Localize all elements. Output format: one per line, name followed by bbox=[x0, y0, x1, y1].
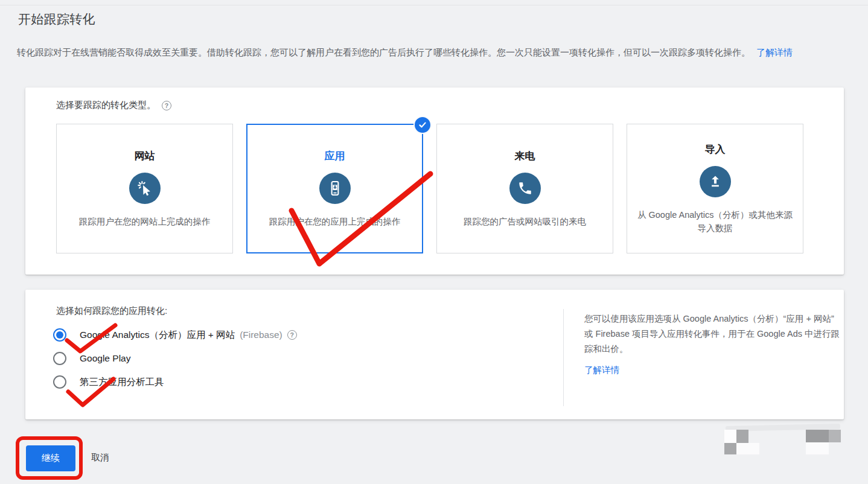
card-import-title: 导入 bbox=[705, 142, 726, 156]
app-download-icon bbox=[319, 173, 351, 204]
click-icon bbox=[129, 173, 161, 204]
card-phone-title: 来电 bbox=[515, 149, 535, 163]
learn-more-link[interactable]: 了解详情 bbox=[756, 47, 793, 57]
radio-google-play[interactable]: Google Play bbox=[53, 352, 297, 365]
radio-unselected-icon[interactable] bbox=[53, 375, 66, 389]
vertical-divider bbox=[563, 309, 564, 406]
card-app-desc: 跟踪用户在您的应用上完成的操作 bbox=[269, 215, 401, 228]
card-import-desc: 从 Google Analytics（分析）或其他来源导入数据 bbox=[636, 208, 794, 235]
card-website[interactable]: 网站 跟踪用户在您的网站上完成的操作 bbox=[56, 124, 233, 253]
page-description-text: 转化跟踪对于在线营销能否取得成效至关重要。借助转化跟踪，您可以了解用户在看到您的… bbox=[17, 47, 750, 57]
help-icon[interactable]: ? bbox=[287, 330, 297, 340]
app-tracking-panel: 选择如何跟踪您的应用转化: Google Analytics（分析）应用 + 网… bbox=[25, 290, 844, 419]
card-import[interactable]: 导入 从 Google Analytics（分析）或其他来源导入数据 bbox=[627, 124, 803, 253]
radio-selected-icon[interactable] bbox=[53, 328, 66, 342]
radio-google-play-label: Google Play bbox=[80, 353, 130, 364]
phone-icon bbox=[509, 173, 541, 204]
conversion-type-cards: 网站 跟踪用户在您的网站上完成的操作 bbox=[56, 124, 803, 253]
cancel-button[interactable]: 取消 bbox=[91, 452, 109, 463]
card-website-desc: 跟踪用户在您的网站上完成的操作 bbox=[79, 215, 211, 228]
radio-third-party[interactable]: 第三方应用分析工具 bbox=[53, 375, 297, 389]
upload-icon bbox=[700, 166, 731, 197]
card-website-title: 网站 bbox=[135, 149, 155, 163]
radio-google-analytics[interactable]: Google Analytics（分析）应用 + 网站 (Firebase) ? bbox=[53, 328, 297, 342]
side-help-text: 您可以使用该应用选项从 Google Analytics（分析）“应用 + 网站… bbox=[584, 311, 843, 357]
radio-google-analytics-label: Google Analytics（分析）应用 + 网站 bbox=[80, 329, 235, 342]
page-description: 转化跟踪对于在线营销能否取得成效至关重要。借助转化跟踪，您可以了解用户在看到您的… bbox=[17, 45, 858, 60]
side-help-panel: 您可以使用该应用选项从 Google Analytics（分析）“应用 + 网站… bbox=[584, 311, 843, 376]
radio-third-party-label: 第三方应用分析工具 bbox=[80, 376, 164, 389]
card-phone-desc: 跟踪您的广告或网站吸引的来电 bbox=[464, 215, 586, 228]
app-tracking-options: Google Analytics（分析）应用 + 网站 (Firebase) ?… bbox=[53, 328, 297, 389]
conversion-type-label-row: 选择要跟踪的转化类型。 ? bbox=[56, 100, 171, 111]
radio-unselected-icon[interactable] bbox=[53, 352, 66, 365]
conversion-setup-page: 开始跟踪转化 转化跟踪对于在线营销能否取得成效至关重要。借助转化跟踪，您可以了解… bbox=[0, 0, 868, 484]
conversion-type-panel: 选择要跟踪的转化类型。 ? 网站 bbox=[25, 88, 844, 275]
top-divider bbox=[0, 5, 868, 5]
selected-check-icon bbox=[413, 116, 432, 134]
side-help-learn-more-link[interactable]: 了解详情 bbox=[584, 365, 619, 376]
card-app[interactable]: 应用 跟踪用户在您的应用上完成的操作 bbox=[246, 124, 423, 253]
card-app-title: 应用 bbox=[325, 149, 345, 163]
page-title: 开始跟踪转化 bbox=[18, 11, 95, 28]
radio-google-analytics-suffix: (Firebase) bbox=[240, 330, 282, 340]
help-icon[interactable]: ? bbox=[162, 101, 171, 110]
card-phone-calls[interactable]: 来电 跟踪您的广告或网站吸引的来电 bbox=[436, 124, 613, 253]
app-tracking-label: 选择如何跟踪您的应用转化: bbox=[56, 305, 167, 317]
continue-button[interactable]: 继续 bbox=[26, 445, 75, 471]
conversion-type-label: 选择要跟踪的转化类型。 bbox=[56, 100, 156, 111]
